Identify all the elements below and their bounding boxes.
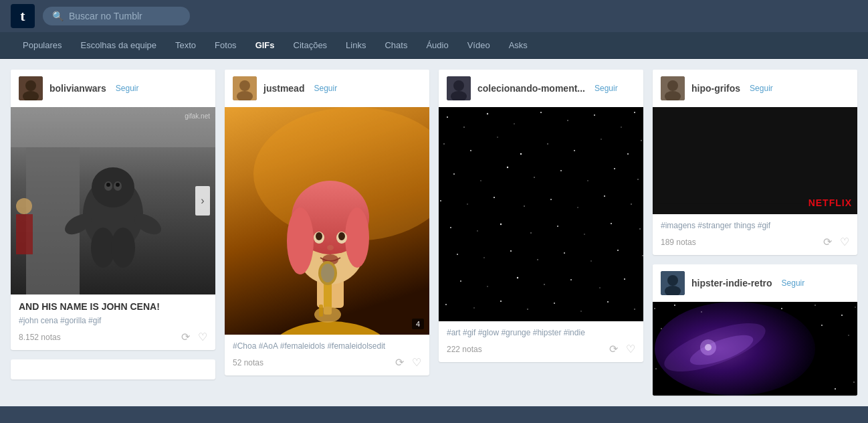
svg-point-77 — [631, 203, 632, 205]
nav-item-citacoes[interactable]: Citações — [284, 32, 337, 59]
column-4: hipo-grifos Seguir NETFLIX #imagens #str… — [653, 70, 857, 396]
svg-point-132 — [655, 368, 657, 369]
nav-item-video[interactable]: Vídeo — [458, 32, 500, 59]
svg-point-83 — [584, 234, 584, 234]
svg-point-87 — [483, 257, 484, 258]
svg-point-69 — [637, 179, 639, 180]
card-actions-2: 52 notas ⟳ ♡ — [233, 356, 421, 369]
card-header-4: hipo-grifos Seguir — [653, 70, 857, 107]
svg-point-59 — [601, 139, 601, 139]
svg-point-46 — [487, 113, 488, 114]
card-actions-4: 189 notas ⟳ ♡ — [661, 236, 849, 248]
svg-point-61 — [641, 140, 642, 141]
svg-rect-43 — [439, 107, 643, 321]
svg-point-137 — [705, 344, 712, 351]
svg-point-90 — [564, 252, 565, 254]
svg-point-82 — [557, 226, 558, 227]
nav-item-audio[interactable]: Áudio — [417, 32, 457, 59]
post-image-2: 4 — [225, 107, 429, 335]
card-header-5: hipster-indie-retro Seguir — [653, 264, 857, 302]
follow-btn-3[interactable]: Seguir — [594, 84, 618, 93]
reblog-icon-3[interactable]: ⟳ — [609, 343, 618, 355]
follow-btn-2[interactable]: Seguir — [314, 84, 337, 93]
svg-rect-113 — [658, 107, 852, 204]
svg-point-120 — [674, 305, 675, 306]
search-input[interactable] — [69, 11, 176, 21]
svg-point-123 — [815, 305, 816, 306]
blog-name-5: hipster-indie-retro — [691, 278, 772, 288]
nav-item-asks[interactable]: Asks — [500, 32, 537, 59]
post-tags-2: #Choa #AoA #femaleidols #femaleidolsedit — [233, 341, 421, 351]
reblog-icon-2[interactable]: ⟳ — [395, 356, 404, 369]
card-header-2: justmead Seguir — [225, 70, 429, 107]
content-grid: bolivianwars Seguir — [0, 59, 868, 406]
svg-point-84 — [611, 223, 612, 224]
heart-icon-1[interactable]: ♡ — [198, 331, 207, 343]
card-header-3: colecionando-moment... Seguir — [439, 70, 643, 107]
follow-btn-5[interactable]: Seguir — [782, 278, 805, 288]
svg-point-97 — [544, 284, 545, 285]
svg-point-76 — [604, 195, 605, 197]
svg-point-32 — [338, 232, 345, 240]
svg-point-109 — [634, 309, 635, 310]
svg-point-44 — [447, 116, 448, 118]
heart-icon-4[interactable]: ♡ — [840, 236, 849, 248]
svg-point-115 — [667, 275, 678, 286]
card-header-1: bolivianwars Seguir — [11, 70, 215, 107]
svg-point-72 — [494, 197, 495, 198]
blog-name-1: bolivianwars — [49, 83, 106, 94]
avatar-hipster[interactable] — [661, 271, 685, 295]
avatar-bolivianwars[interactable] — [19, 76, 43, 100]
card-footer-1: AND HIS NAME IS JOHN CENA! #john cena #g… — [11, 294, 215, 350]
nav-item-texto[interactable]: Texto — [166, 32, 205, 59]
svg-point-70 — [440, 200, 441, 201]
svg-point-130 — [853, 382, 855, 383]
svg-point-41 — [453, 80, 464, 91]
svg-point-111 — [667, 80, 678, 91]
nav-item-populares[interactable]: Populares — [13, 32, 72, 59]
reblog-icon-1[interactable]: ⟳ — [181, 331, 190, 343]
column-1: bolivianwars Seguir — [11, 70, 215, 379]
svg-point-71 — [467, 203, 467, 204]
search-bar[interactable]: 🔍 — [43, 7, 190, 25]
nav-item-chats[interactable]: Chats — [375, 32, 417, 59]
follow-btn-4[interactable]: Seguir — [750, 84, 773, 93]
next-arrow-1[interactable]: › — [195, 186, 210, 216]
heart-icon-3[interactable]: ♡ — [626, 343, 635, 355]
svg-point-107 — [580, 311, 581, 311]
svg-point-78 — [450, 227, 451, 228]
svg-point-68 — [614, 168, 615, 169]
heart-icon-2[interactable]: ♡ — [412, 356, 421, 369]
svg-point-103 — [473, 307, 474, 308]
card-footer-2: #Choa #AoA #femaleidols #femaleidolsedit… — [225, 335, 429, 375]
svg-point-81 — [530, 232, 532, 234]
notes-1: 8.152 notas — [19, 333, 61, 342]
nav-item-gifs[interactable]: GIFs — [246, 32, 284, 59]
follow-btn-1[interactable]: Seguir — [116, 84, 139, 93]
column-2: justmead Seguir — [225, 70, 429, 375]
nav-item-links[interactable]: Links — [336, 32, 375, 59]
reblog-icon-4[interactable]: ⟳ — [823, 236, 832, 248]
post-card-1: bolivianwars Seguir — [11, 70, 215, 350]
watermark-1: gifak.net — [185, 112, 210, 120]
svg-point-122 — [781, 308, 782, 309]
svg-point-79 — [477, 230, 477, 231]
svg-point-99 — [599, 287, 600, 288]
svg-point-33 — [327, 245, 334, 250]
avatar-justmead[interactable] — [233, 76, 257, 100]
svg-point-95 — [487, 286, 487, 286]
avatar-hipo-grifos[interactable] — [661, 76, 685, 100]
svg-point-67 — [587, 180, 588, 181]
nav-item-escolhas[interactable]: Escolhas da equipe — [72, 32, 166, 59]
svg-point-58 — [574, 150, 575, 151]
post-card-4: hipo-grifos Seguir NETFLIX #imagens #str… — [653, 70, 857, 255]
avatar-colecionando[interactable] — [447, 76, 471, 100]
svg-point-54 — [470, 150, 471, 151]
action-icons-1: ⟳ ♡ — [181, 331, 207, 343]
svg-point-65 — [534, 177, 535, 178]
svg-point-17 — [16, 198, 32, 214]
svg-point-104 — [500, 301, 502, 302]
nav-item-fotos[interactable]: Fotos — [205, 32, 246, 59]
card-actions-1: 8.152 notas ⟳ ♡ — [19, 331, 207, 343]
logo[interactable]: t — [11, 4, 35, 28]
